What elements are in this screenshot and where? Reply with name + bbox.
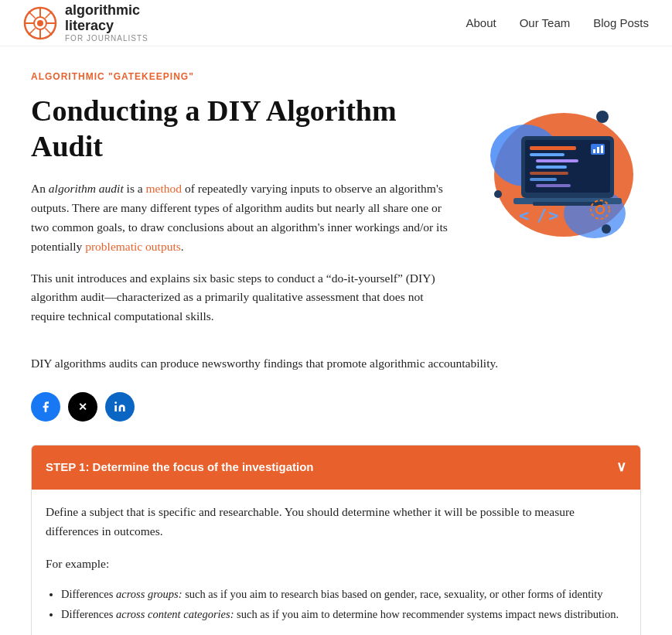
svg-point-15 [602,224,611,234]
nav-item-blog[interactable]: Blog Posts [593,13,649,33]
logo[interactable]: algorithmic literacy FOR JOURNALISTS [23,3,148,43]
svg-line-7 [46,28,53,35]
brand-line1: algorithmic [65,3,148,19]
svg-rect-27 [593,149,595,153]
svg-rect-29 [601,145,603,153]
intro-p3: DIY algorithms audits can produce newswo… [31,354,641,374]
italic-algorithm-audit: algorithm audit [49,182,124,195]
steps-container: STEP 1: Determine the focus of the inves… [31,445,641,635]
hero-text: Conducting a DIY Algorithm Audit An algo… [31,94,455,339]
italic-across-groups: across groups: [116,588,182,600]
svg-point-10 [37,20,43,26]
svg-line-6 [29,11,36,18]
intro-p1: An algorithm audit is a method of repeat… [31,179,455,256]
svg-rect-24 [530,178,557,181]
step-1-bullet-2: Differences across content categories: s… [61,606,626,624]
main-nav: algorithmic literacy FOR JOURNALISTS Abo… [0,0,672,46]
step-1-chevron: ∧ [616,456,626,479]
x-icon: ✕ [78,401,87,413]
svg-rect-23 [530,172,568,175]
link-problematic-outputs[interactable]: problematic outputs [85,240,181,253]
hero-illustration: < / > [471,86,641,256]
intro-p2: This unit introduces and explains six ba… [31,269,455,326]
step-1-header[interactable]: STEP 1: Determine the focus of the inves… [32,446,640,490]
step-1-item: STEP 1: Determine the focus of the inves… [32,446,640,635]
svg-point-37 [114,401,117,404]
svg-rect-20 [530,153,565,156]
step-1-bullets: Differences across groups: such as if yo… [61,585,626,624]
brand-line2: literacy [65,19,148,34]
link-method[interactable]: method [146,182,182,195]
share-facebook-button[interactable] [31,392,60,422]
svg-rect-25 [536,184,571,187]
svg-line-9 [29,28,36,35]
svg-text:/: / [537,206,547,225]
brand-sub: FOR JOURNALISTS [65,34,148,43]
nav-link-blog[interactable]: Blog Posts [593,16,649,29]
step-1-for-example: For example: [46,554,626,574]
hero-section: Conducting a DIY Algorithm Audit An algo… [31,94,641,339]
nav-link-team[interactable]: Our Team [520,16,571,29]
nav-item-about[interactable]: About [466,13,496,33]
step-1-p2: To produce a newsworthy finding, you nee… [46,630,626,635]
svg-rect-19 [530,146,576,150]
step-1-content: Define a subject that is specific and re… [32,490,640,635]
share-linkedin-button[interactable] [105,392,135,422]
page-title: Conducting a DIY Algorithm Audit [31,94,455,164]
nav-links: About Our Team Blog Posts [466,13,649,33]
category-label: ALGORITHMIC "GATEKEEPING" [31,70,641,84]
logo-icon [23,6,57,40]
step-1-number: STEP 1: [46,460,89,473]
step-1-label: STEP 1: Determine the focus of the inves… [46,458,313,476]
nav-item-team[interactable]: Our Team [520,13,571,33]
step-1-intro: Define a subject that is specific and re… [46,502,626,541]
svg-point-16 [494,190,502,198]
nav-link-about[interactable]: About [466,16,496,29]
italic-across-content: across content categories: [116,608,234,620]
svg-text:>: > [548,206,558,225]
svg-rect-21 [536,159,578,162]
svg-point-14 [596,111,609,123]
svg-rect-22 [536,166,567,169]
hero-svg: < / > [471,86,641,256]
facebook-icon [39,401,52,413]
main-content: ALGORITHMIC "GATEKEEPING" Conducting a D… [0,46,672,635]
linkedin-icon [114,401,126,413]
social-buttons: ✕ [31,392,641,422]
svg-text:<: < [519,206,529,225]
share-x-button[interactable]: ✕ [68,392,97,422]
svg-rect-28 [597,147,599,153]
svg-line-8 [46,11,53,18]
logo-text: algorithmic literacy FOR JOURNALISTS [65,3,148,43]
step-1-bullet-1: Differences across groups: such as if yo… [61,585,626,604]
